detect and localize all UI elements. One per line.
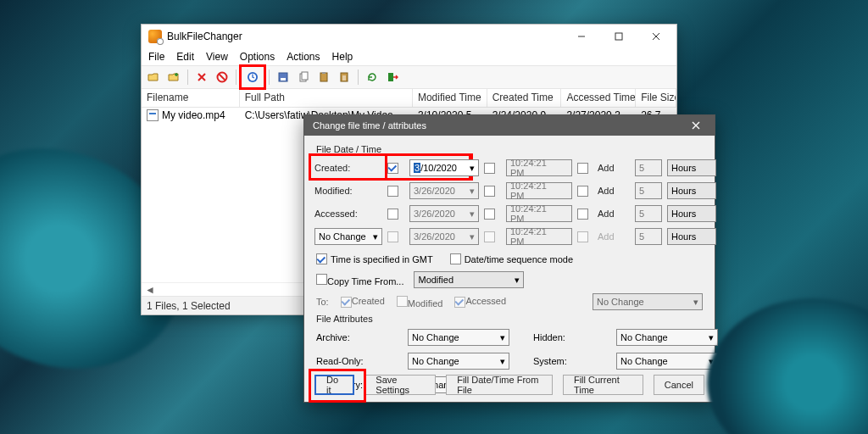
svg-rect-0	[615, 33, 622, 40]
svg-rect-8	[320, 73, 327, 81]
checkbox-extra-time[interactable]	[484, 231, 495, 242]
dialog-close-button[interactable]	[682, 115, 709, 136]
paste-list-icon[interactable]	[336, 69, 353, 86]
copy-icon[interactable]	[295, 69, 312, 86]
checkbox-sequence-mode[interactable]	[450, 253, 461, 264]
input-accessed-add-n[interactable]: 5	[635, 205, 662, 222]
checkbox-to-accessed	[454, 297, 465, 308]
input-extra-date[interactable]: 3/26/2020▾	[409, 228, 479, 245]
col-fullpath[interactable]: Full Path	[240, 89, 413, 107]
input-accessed-date[interactable]: 3/26/2020▾	[409, 205, 479, 222]
col-accessed[interactable]: Accessed Time	[561, 89, 636, 107]
label-created: Created:	[314, 163, 382, 173]
checkbox-accessed-date[interactable]	[387, 209, 398, 220]
checkbox-created-date[interactable]	[387, 163, 398, 174]
checkbox-to-created	[341, 297, 352, 308]
svg-rect-7	[302, 72, 308, 80]
menu-actions[interactable]: Actions	[287, 51, 320, 63]
input-extra-time[interactable]: 10:24:21 PM	[506, 228, 572, 245]
menu-file[interactable]: File	[148, 51, 164, 63]
remove-x-icon[interactable]	[193, 69, 210, 86]
checkbox-created-time[interactable]	[484, 163, 495, 174]
menu-view[interactable]: View	[206, 51, 228, 63]
maximize-button[interactable]	[600, 25, 637, 48]
chevron-down-icon[interactable]: ▾	[707, 332, 715, 343]
chevron-down-icon[interactable]: ▾	[498, 332, 507, 343]
checkbox-gmt[interactable]	[316, 253, 327, 264]
chevron-down-icon[interactable]: ▾	[692, 297, 700, 308]
chevron-down-icon[interactable]: ▾	[707, 356, 715, 367]
input-modified-time[interactable]: 10:24:21 PM	[506, 182, 572, 199]
input-accessed-time[interactable]: 10:24:21 PM	[506, 205, 572, 222]
paste-icon[interactable]	[315, 69, 332, 86]
menu-edit[interactable]: Edit	[176, 51, 194, 63]
checkbox-modified-time[interactable]	[484, 186, 495, 197]
checkbox-copy-time-from[interactable]	[316, 274, 327, 285]
checkbox-accessed-time[interactable]	[484, 209, 495, 220]
menu-help[interactable]: Help	[332, 51, 353, 63]
exit-door-icon[interactable]	[384, 69, 401, 86]
fill-from-file-button[interactable]: Fill Date/Time From File	[446, 375, 553, 395]
input-extra-add-n: 5	[635, 228, 662, 245]
chevron-down-icon[interactable]: ▾	[468, 186, 476, 197]
select-system[interactable]: No Change▾	[616, 353, 718, 370]
chevron-down-icon[interactable]: ▾	[371, 231, 380, 242]
label-gmt: Time is specified in GMT	[331, 254, 433, 264]
checkbox-modified-date[interactable]	[387, 186, 398, 197]
toolbar-separator	[236, 70, 236, 85]
input-created-date[interactable]: 3/10/2020▾	[409, 159, 479, 176]
select-to-combo[interactable]: No Change▾	[593, 293, 703, 310]
save-settings-button[interactable]: Save Settings	[364, 375, 436, 395]
chevron-down-icon[interactable]: ▾	[468, 231, 476, 242]
select-modified-unit[interactable]: Hours	[667, 182, 716, 199]
label-readonly: Read-Only:	[316, 356, 384, 366]
input-created-add-n[interactable]: 5	[635, 159, 662, 176]
window-title: BulkFileChanger	[167, 31, 242, 42]
toolbar	[142, 65, 676, 89]
select-copy-source[interactable]: Modified▾	[414, 271, 524, 288]
checkbox-modified-add[interactable]	[577, 186, 588, 197]
change-time-icon[interactable]	[242, 67, 264, 87]
add-folder-icon[interactable]	[165, 69, 182, 86]
menubar: File Edit View Options Actions Help	[142, 48, 676, 65]
select-accessed-unit[interactable]: Hours	[667, 205, 716, 222]
checkbox-accessed-add[interactable]	[577, 209, 588, 220]
svg-rect-5	[281, 78, 286, 81]
chevron-down-icon[interactable]: ▾	[468, 209, 476, 220]
checkbox-extra-date[interactable]	[387, 231, 398, 242]
label-add: Add	[598, 209, 630, 219]
select-nochange-field[interactable]: No Change▾	[314, 228, 382, 245]
do-it-button[interactable]: Do it	[314, 375, 354, 395]
fill-current-time-button[interactable]: Fill Current Time	[563, 375, 643, 395]
stop-icon[interactable]	[214, 69, 231, 86]
col-modified[interactable]: Modified Time	[413, 89, 487, 107]
select-hidden[interactable]: No Change▾	[616, 329, 718, 346]
close-button[interactable]	[637, 25, 675, 48]
scroll-left-icon[interactable]: ◄	[143, 284, 157, 296]
video-file-icon	[147, 109, 159, 121]
input-modified-add-n[interactable]: 5	[635, 182, 662, 199]
chevron-down-icon[interactable]: ▾	[513, 275, 521, 286]
select-readonly[interactable]: No Change▾	[408, 353, 509, 370]
chevron-down-icon[interactable]: ▾	[468, 163, 476, 174]
input-modified-date[interactable]: 3/26/2020▾	[409, 182, 479, 199]
refresh-icon[interactable]	[364, 69, 381, 86]
select-created-unit[interactable]: Hours	[667, 159, 716, 176]
save-floppy-icon[interactable]	[275, 69, 292, 86]
minimize-button[interactable]	[563, 25, 600, 48]
label-modified: Modified:	[314, 186, 382, 196]
label-to-accessed: Accessed	[465, 296, 506, 306]
checkbox-to-modified	[397, 296, 408, 307]
col-created[interactable]: Created Time	[487, 89, 562, 107]
cell-filename: My video.mp4	[162, 109, 225, 121]
open-folder-icon[interactable]	[145, 69, 162, 86]
app-icon	[148, 30, 162, 43]
checkbox-created-add[interactable]	[577, 163, 588, 174]
select-archive[interactable]: No Change▾	[408, 329, 509, 346]
menu-options[interactable]: Options	[240, 51, 275, 63]
cancel-button[interactable]: Cancel	[654, 375, 704, 395]
col-filename[interactable]: Filename	[142, 89, 240, 107]
chevron-down-icon[interactable]: ▾	[498, 356, 507, 367]
input-created-time[interactable]: 10:24:21 PM	[506, 159, 572, 176]
col-size[interactable]: File Size	[636, 89, 676, 107]
